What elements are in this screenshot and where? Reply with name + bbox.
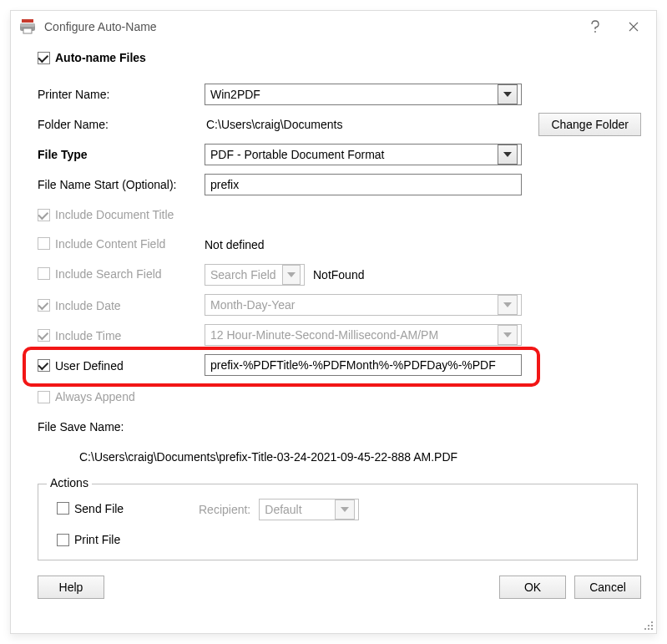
checkbox-icon xyxy=(38,359,50,372)
file-name-start-input[interactable] xyxy=(205,174,522,195)
include-date-value: Month-Day-Year xyxy=(210,298,494,312)
svg-rect-7 xyxy=(651,625,653,626)
svg-rect-5 xyxy=(651,621,653,623)
chevron-down-icon xyxy=(498,325,518,345)
file-type-label: File Type xyxy=(38,148,205,161)
include-doc-title-checkbox: Include Document Title xyxy=(38,208,174,221)
search-field-combo: Search Field 1 xyxy=(205,264,305,286)
recipient-value: Default xyxy=(265,503,331,516)
auto-name-files-label: Auto-name Files xyxy=(55,51,146,64)
include-time-checkbox: Include Time xyxy=(38,329,121,342)
include-date-combo: Month-Day-Year xyxy=(205,294,522,316)
help-button[interactable]: Help xyxy=(38,576,104,599)
svg-rect-6 xyxy=(648,625,649,626)
chevron-down-icon xyxy=(498,145,518,165)
file-type-value: PDF - Portable Document Format xyxy=(210,148,494,161)
file-save-name-value: C:\Users\craig\Documents\prefix-Title-03… xyxy=(79,450,457,464)
folder-name-label: Folder Name: xyxy=(38,118,205,131)
svg-point-4 xyxy=(594,31,596,33)
search-field-value: Search Field 1 xyxy=(210,268,279,281)
help-titlebar-button[interactable] xyxy=(576,14,614,39)
printer-name-label: Printer Name: xyxy=(38,88,205,101)
include-time-value: 12 Hour-Minute-Second-Millisecond-AM/PM xyxy=(210,328,494,342)
file-save-name-label: File Save Name: xyxy=(38,420,124,434)
file-type-combo[interactable]: PDF - Portable Document Format xyxy=(205,144,522,165)
actions-legend: Actions xyxy=(47,476,92,489)
include-content-field-label: Include Content Field xyxy=(55,237,165,251)
print-file-checkbox[interactable]: Print File xyxy=(57,533,120,546)
printer-name-combo[interactable]: Win2PDF xyxy=(205,84,522,105)
user-defined-label: User Defined xyxy=(55,359,124,373)
svg-rect-3 xyxy=(23,28,32,33)
actions-group: Actions Send File Recipient: Default xyxy=(38,484,638,560)
include-time-label: Include Time xyxy=(55,329,121,342)
cancel-button[interactable]: Cancel xyxy=(574,576,641,599)
checkbox-icon xyxy=(38,267,50,280)
chevron-down-icon xyxy=(498,295,518,315)
svg-rect-10 xyxy=(651,628,653,630)
checkbox-icon xyxy=(38,237,50,250)
dialog-window: Configure Auto-Name Auto-name Files xyxy=(10,10,657,634)
include-search-field-checkbox: Include Search Field xyxy=(38,267,162,281)
search-field-status: NotFound xyxy=(313,268,364,281)
svg-rect-8 xyxy=(644,628,646,630)
send-file-checkbox[interactable]: Send File xyxy=(57,502,124,515)
folder-name-value: C:\Users\craig\Documents xyxy=(205,118,523,131)
checkbox-icon xyxy=(38,391,50,403)
svg-rect-9 xyxy=(648,628,649,630)
include-date-label: Include Date xyxy=(55,299,121,312)
include-doc-title-label: Include Document Title xyxy=(55,208,174,221)
checkbox-icon xyxy=(57,502,69,515)
recipient-combo: Default xyxy=(259,499,359,520)
chevron-down-icon xyxy=(335,499,355,520)
printer-name-value: Win2PDF xyxy=(210,88,494,101)
checkbox-icon xyxy=(38,299,50,312)
svg-rect-2 xyxy=(20,23,35,27)
chevron-down-icon xyxy=(282,265,301,285)
print-file-label: Print File xyxy=(74,533,120,546)
chevron-down-icon xyxy=(498,84,518,104)
include-content-field-value: Not defined xyxy=(205,238,265,251)
ok-button[interactable]: OK xyxy=(499,576,566,599)
recipient-label: Recipient: xyxy=(199,503,250,516)
user-defined-checkbox[interactable]: User Defined xyxy=(38,359,124,373)
checkbox-icon xyxy=(38,329,50,342)
file-name-start-label: File Name Start (Optional): xyxy=(38,178,205,191)
checkbox-icon xyxy=(57,534,69,546)
send-file-label: Send File xyxy=(74,502,124,515)
close-button[interactable] xyxy=(614,14,653,39)
include-search-field-label: Include Search Field xyxy=(55,267,162,281)
user-defined-value[interactable] xyxy=(210,355,518,375)
window-title: Configure Auto-Name xyxy=(44,20,576,33)
include-content-field-checkbox: Include Content Field xyxy=(38,237,165,251)
always-append-checkbox: Always Append xyxy=(38,390,135,403)
change-folder-button[interactable]: Change Folder xyxy=(538,113,641,136)
checkbox-icon xyxy=(38,209,50,221)
resize-grip-icon[interactable] xyxy=(641,618,654,631)
title-bar: Configure Auto-Name xyxy=(11,11,656,43)
checkbox-icon xyxy=(38,52,50,64)
include-date-checkbox: Include Date xyxy=(38,299,121,312)
always-append-label: Always Append xyxy=(55,390,135,403)
auto-name-files-checkbox[interactable]: Auto-name Files xyxy=(38,51,146,64)
svg-rect-0 xyxy=(22,19,33,23)
file-name-start-value[interactable] xyxy=(210,175,518,195)
include-time-combo: 12 Hour-Minute-Second-Millisecond-AM/PM xyxy=(205,324,522,346)
printer-icon xyxy=(19,18,36,35)
user-defined-input[interactable] xyxy=(205,354,522,376)
